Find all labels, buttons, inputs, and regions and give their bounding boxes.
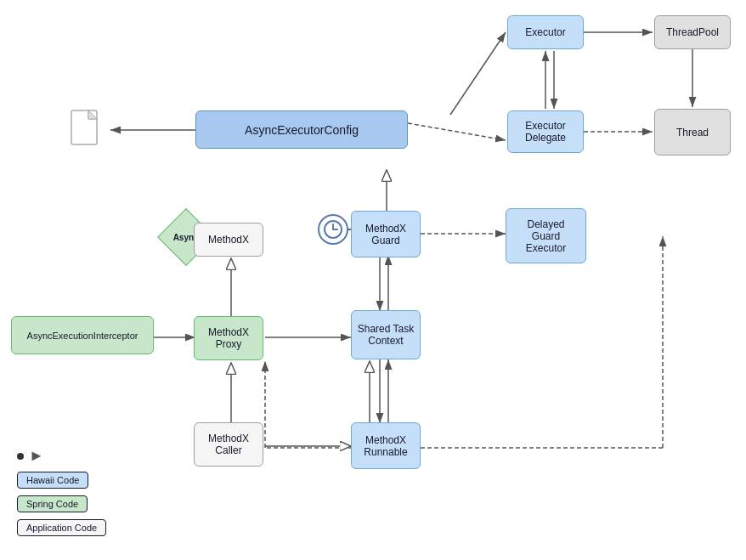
- executor-delegate-node: Executor Delegate: [507, 110, 584, 153]
- hawaii-code-label: Hawaii Code: [17, 472, 88, 489]
- legend-send-icon: ►: [29, 447, 44, 465]
- shared-task-context-node: Shared Task Context: [351, 310, 421, 359]
- methodx-guard-node: MethodX Guard: [351, 211, 421, 257]
- file-icon: [70, 109, 105, 153]
- thread-node: Thread: [654, 109, 731, 156]
- executor-node: Executor: [507, 15, 584, 49]
- methodx-proxy-node: MethodX Proxy: [194, 316, 263, 360]
- async-execution-interceptor-node: AsyncExecutionInterceptor: [11, 316, 154, 354]
- legend-app: Application Code: [17, 519, 106, 536]
- async-executor-config-node: AsyncExecutorConfig: [195, 110, 408, 149]
- methodx-caller-node: MethodX Caller: [194, 422, 263, 467]
- threadpool-node: ThreadPool: [654, 15, 731, 49]
- arrows-layer: [0, 0, 746, 560]
- diagram: Executor ThreadPool Thread AsyncExecutor…: [0, 0, 746, 560]
- svg-line-4: [408, 123, 506, 140]
- delayed-guard-executor-node: Delayed Guard Executor: [506, 208, 586, 263]
- clock-icon: [318, 214, 348, 245]
- methodx-node: MethodX: [194, 223, 263, 257]
- legend: ► Hawaii Code Spring Code Application Co…: [17, 447, 106, 543]
- legend-dot-icon: [17, 453, 24, 460]
- svg-line-5: [450, 32, 506, 115]
- legend-hawaii: Hawaii Code: [17, 472, 106, 489]
- app-code-label: Application Code: [17, 519, 106, 536]
- spring-code-label: Spring Code: [17, 495, 88, 512]
- legend-spring: Spring Code: [17, 495, 106, 512]
- methodx-runnable-node: MethodX Runnable: [351, 422, 421, 469]
- legend-dot-item: ►: [17, 447, 106, 465]
